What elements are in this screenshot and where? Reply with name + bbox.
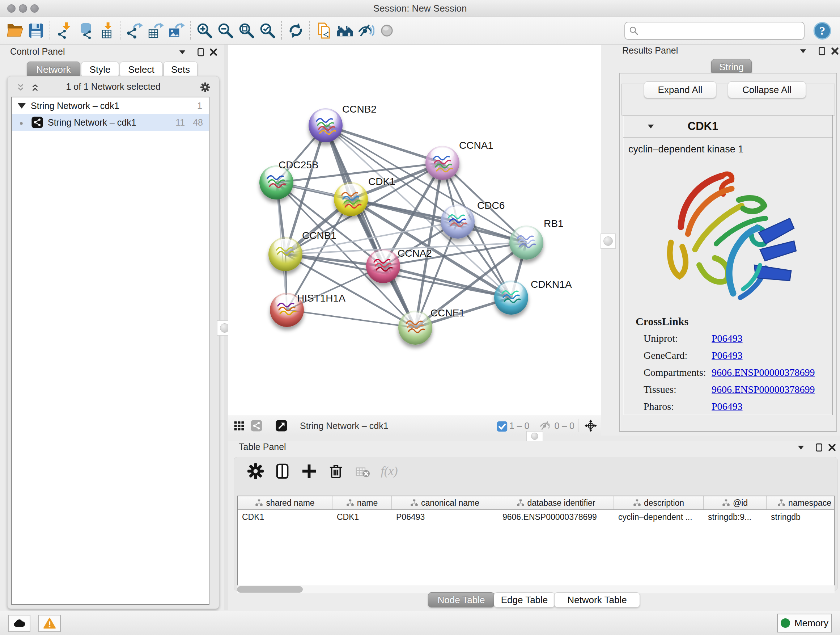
table-panel-close-icon[interactable]: [827, 442, 837, 453]
network-options-gear-icon[interactable]: [200, 82, 210, 92]
cell--id[interactable]: stringdb:9...: [704, 510, 767, 524]
cell-description[interactable]: cyclin–dependent ...: [614, 510, 704, 524]
crosslink-genecard--link[interactable]: P06493: [712, 350, 743, 361]
network-node-RB1[interactable]: [509, 226, 543, 260]
sphere-icon[interactable]: [376, 20, 397, 42]
tab-style[interactable]: Style: [81, 62, 119, 78]
zoom-fit-icon[interactable]: [236, 20, 257, 42]
import-database-icon[interactable]: [74, 20, 95, 42]
control-panel-float-icon[interactable]: [196, 47, 206, 57]
collapse-all-button[interactable]: Collapse All: [728, 81, 806, 98]
open-folder-icon[interactable]: [4, 20, 25, 42]
titlebar: Session: New Session: [0, 0, 840, 17]
table-options-gear-icon[interactable]: [242, 462, 269, 480]
network-node-CDKN1A[interactable]: [494, 280, 528, 315]
edge-CCNB2-CCNA1[interactable]: [325, 125, 442, 163]
cloud-button[interactable]: [8, 615, 30, 632]
warnings-button[interactable]: [38, 615, 61, 632]
network-node-CCNE1[interactable]: [398, 310, 432, 345]
column-header-name[interactable]: name: [332, 496, 392, 509]
export-network-icon[interactable]: [124, 20, 145, 42]
tab-network[interactable]: Network: [27, 62, 80, 78]
zoom-selected-icon[interactable]: [257, 20, 278, 42]
table-panel-collapse-icon[interactable]: [796, 442, 806, 453]
column-header-namespace[interactable]: namespace: [767, 496, 835, 509]
network-table-splitter-handle[interactable]: [526, 431, 543, 441]
zoom-in-icon[interactable]: [194, 20, 215, 42]
tab-network-table[interactable]: Network Table: [554, 592, 640, 608]
edge-HIST1H1A-CCNE1[interactable]: [287, 310, 415, 328]
save-session-icon[interactable]: [25, 20, 46, 42]
table-panel-float-icon[interactable]: [814, 442, 824, 453]
table-scrollbar-thumb[interactable]: [237, 586, 303, 593]
network-dot-icon: [18, 119, 25, 126]
network-node-CDC6[interactable]: [441, 204, 475, 239]
control-panel-close-icon[interactable]: [208, 47, 218, 57]
network-grid-view-icon[interactable]: [233, 420, 245, 432]
column-header-canonical-name[interactable]: canonical name: [392, 496, 498, 509]
memory-button[interactable]: Memory: [777, 614, 832, 632]
expand-all-button[interactable]: Expand All: [644, 81, 716, 98]
network-share-view-icon[interactable]: [250, 420, 263, 432]
control-panel-collapse-icon[interactable]: [177, 47, 187, 57]
toolbar-separator: [50, 21, 50, 40]
crosslink-tissues--link[interactable]: 9606.ENSP00000378699: [712, 384, 815, 395]
houses-icon[interactable]: [334, 20, 355, 42]
node-label-HIST1H1A: HIST1H1A: [297, 293, 346, 304]
results-panel-close-icon[interactable]: [830, 46, 840, 56]
network-node-CCNA2[interactable]: [366, 249, 400, 283]
tab-select[interactable]: Select: [120, 62, 163, 78]
column-header-database-identifier[interactable]: database identifier: [498, 496, 614, 509]
column-header--id[interactable]: @id: [704, 496, 767, 509]
network-canvas[interactable]: CCNB2CCNA1CDC25BCDK1CDC6RB1CCNB1CCNA2CDK…: [228, 45, 601, 416]
selected-count-checkbox-icon[interactable]: [496, 420, 507, 431]
protein-section-header[interactable]: CDK1: [623, 116, 832, 138]
column-header-shared-name[interactable]: shared name: [238, 496, 332, 509]
refresh-icon[interactable]: [285, 20, 306, 42]
crosslink-uniprot--link[interactable]: P06493: [712, 333, 743, 344]
cell-shared-name[interactable]: CDK1: [238, 510, 332, 524]
search-input[interactable]: [642, 23, 801, 38]
cell-name[interactable]: CDK1: [332, 510, 392, 524]
cell-canonical-name[interactable]: P06493: [392, 510, 498, 524]
zoom-out-icon[interactable]: [215, 20, 236, 42]
function-builder-icon: f(x): [376, 462, 403, 480]
crosslink-compartments--link[interactable]: 9606.ENSP00000378699: [712, 367, 815, 378]
fit-selected-crosshair-icon[interactable]: [584, 420, 597, 432]
tab-sets[interactable]: Sets: [164, 62, 197, 78]
detach-network-view-icon[interactable]: [275, 420, 287, 432]
network-collection-row[interactable]: String Network – cdk11: [12, 97, 209, 114]
search-icon: [628, 25, 639, 36]
tab-node-table[interactable]: Node Table: [428, 592, 494, 608]
cell-namespace[interactable]: stringdb: [767, 510, 835, 524]
help-button[interactable]: ?: [812, 20, 833, 42]
network-status-bar: String Network – cdk1 1 – 0 0 – 0: [228, 416, 601, 436]
import-table-icon[interactable]: [95, 20, 117, 42]
export-image-icon[interactable]: [166, 20, 187, 42]
show-columns-icon[interactable]: [269, 462, 295, 480]
export-table-icon[interactable]: [145, 20, 166, 42]
crosslink-pharos--link[interactable]: P06493: [712, 401, 743, 412]
network-row[interactable]: String Network – cdk11148: [12, 114, 209, 131]
collapse-all-networks-icon[interactable]: [30, 82, 40, 93]
collection-expand-caret-icon[interactable]: [18, 103, 26, 109]
expand-all-networks-icon[interactable]: [16, 82, 26, 93]
column-header-description[interactable]: description: [614, 496, 704, 509]
create-column-icon[interactable]: [295, 462, 322, 480]
network-node-CDK1[interactable]: [334, 182, 368, 216]
network-node-CCNA1[interactable]: [425, 146, 459, 180]
delete-columns-icon[interactable]: [322, 462, 349, 480]
copy-documents-icon[interactable]: [313, 20, 334, 42]
import-network-icon[interactable]: [54, 20, 74, 42]
cell-database-identifier[interactable]: 9606.ENSP00000378699: [498, 510, 614, 524]
eye-waves-icon[interactable]: [355, 20, 376, 42]
results-panel-collapse-icon[interactable]: [798, 46, 808, 56]
network-results-splitter-handle[interactable]: [600, 233, 616, 249]
protein-collapse-caret-icon[interactable]: [646, 121, 656, 131]
search-field[interactable]: [624, 22, 805, 40]
network-node-CCNB1[interactable]: [268, 237, 302, 271]
tab-edge-table[interactable]: Edge Table: [494, 592, 555, 608]
delete-table-icon: [349, 462, 376, 480]
network-node-CCNB2[interactable]: [309, 108, 343, 142]
results-panel-float-icon[interactable]: [817, 46, 827, 56]
